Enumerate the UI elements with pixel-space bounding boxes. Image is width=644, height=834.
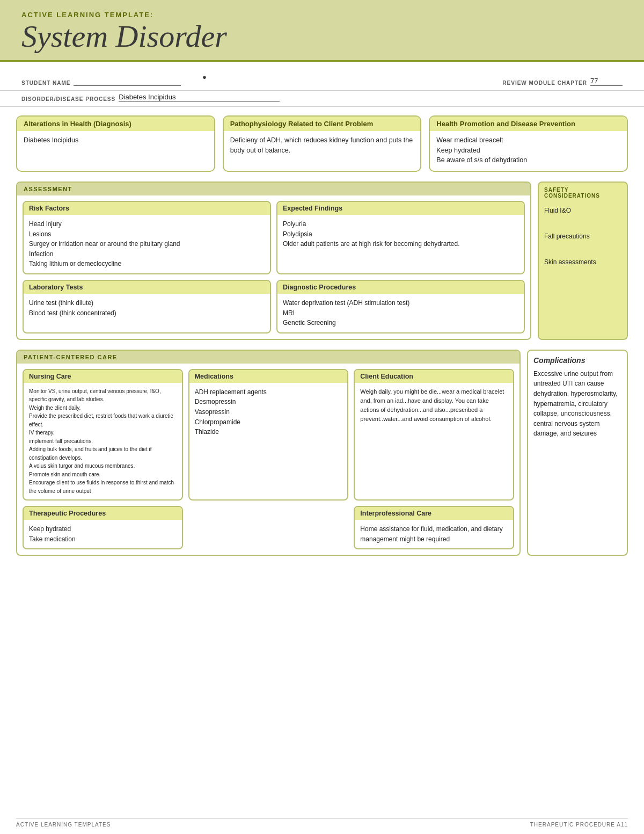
expected-findings-box: Expected Findings Polyuria Polydipsia Ol… <box>276 201 525 274</box>
student-name-label: STUDENT NAME <box>21 80 70 86</box>
info-bar-right: REVIEW MODULE CHAPTER 77 <box>502 77 623 86</box>
footer-right: THERAPEUTIC PROCEDURE A11 <box>530 822 628 828</box>
health-promotion-box: Health Promotion and Disease Prevention … <box>429 115 628 172</box>
pathophysiology-title: Pathophysiology Related to Client Proble… <box>224 117 421 131</box>
interprofessional-care-content: Home assistance for fluid, medication, a… <box>355 520 513 548</box>
pathophysiology-box: Pathophysiology Related to Client Proble… <box>223 115 422 172</box>
therapeutic-procedures-title: Therapeutic Procedures <box>24 507 182 520</box>
laboratory-tests-box: Laboratory Tests Urine test (think dilut… <box>23 280 271 333</box>
student-name-field: STUDENT NAME <box>21 77 181 86</box>
page-footer: ACTIVE LEARNING TEMPLATES THERAPEUTIC PR… <box>16 818 628 828</box>
therapeutic-procedures-content: Keep hydrated Take medication <box>24 520 182 548</box>
laboratory-tests-title: Laboratory Tests <box>24 281 270 294</box>
alterations-title: Alterations in Health (Diagnosis) <box>17 117 214 131</box>
medications-box: Medications ADH replacement agents Desmo… <box>188 369 349 501</box>
page-title: System Disorder <box>21 19 623 54</box>
safety-wrapper: SAFETY CONSIDERATIONS Fluid I&O Fall pre… <box>531 182 628 340</box>
dot-separator: • <box>202 69 206 86</box>
review-module-label: REVIEW MODULE CHAPTER <box>502 80 587 86</box>
pathophysiology-content: Deficieny of ADH, which reduces kidney f… <box>230 135 414 156</box>
medications-content: ADH replacement agents Desmopressin Vaso… <box>189 383 348 441</box>
health-promotion-content: Wear medical breacelt Keep hydrated Be a… <box>436 135 620 165</box>
info-bar: STUDENT NAME • REVIEW MODULE CHAPTER 77 <box>0 62 644 91</box>
pcc-left: PATIENT-CENTERED CARE Nursing Care Monit… <box>16 350 521 556</box>
complications-box: Complications Excessive urine output fro… <box>527 350 628 556</box>
top-boxes: Alterations in Health (Diagnosis) Diabet… <box>16 115 628 172</box>
safety-box: SAFETY CONSIDERATIONS Fluid I&O Fall pre… <box>538 182 628 340</box>
client-education-content: Weigh daily, you might be die...wear a m… <box>355 383 513 428</box>
risk-factors-box: Risk Factors Head injury Lesions Surgey … <box>23 201 271 274</box>
complications-content: Excessive urine output from untreated UT… <box>533 369 621 439</box>
assessment-grid: Risk Factors Head injury Lesions Surgey … <box>17 195 530 339</box>
disorder-label: DISORDER/DISEASE PROCESS <box>21 96 115 102</box>
template-label: ACTIVE LEARNING TEMPLATE: <box>21 11 153 19</box>
risk-factors-content: Head injury Lesions Surgey or irridation… <box>24 215 270 273</box>
page-header: ACTIVE LEARNING TEMPLATE: System Disorde… <box>0 0 644 62</box>
main-content: Alterations in Health (Diagnosis) Diabet… <box>0 107 644 565</box>
interprofessional-care-title: Interprofessional Care <box>355 507 513 520</box>
footer-left: ACTIVE LEARNING TEMPLATES <box>16 822 111 828</box>
alterations-box: Alterations in Health (Diagnosis) Diabet… <box>16 115 215 172</box>
student-name-value <box>74 77 181 86</box>
assessment-section: ASSESSMENT Risk Factors Head injury Lesi… <box>16 182 531 340</box>
pcc-top-grid: Nursing Care Monitor VS, urine output, c… <box>17 364 519 506</box>
nursing-care-box: Nursing Care Monitor VS, urine output, c… <box>23 369 183 501</box>
review-module-value: 77 <box>590 77 623 86</box>
safety-title: SAFETY CONSIDERATIONS <box>544 187 621 199</box>
alterations-content: Diabetes Incipidus <box>24 135 208 146</box>
medications-title: Medications <box>189 370 348 383</box>
health-promotion-title: Health Promotion and Disease Prevention <box>430 117 627 131</box>
laboratory-tests-content: Urine test (think dilute) Blood test (th… <box>24 294 270 322</box>
pcc-empty-cell <box>188 506 349 549</box>
disorder-value: Diabetes Incipidus <box>119 93 280 102</box>
assessment-header: ASSESSMENT <box>17 183 530 195</box>
diagnostic-procedures-box: Diagnostic Procedures Water deprivation … <box>276 280 525 333</box>
diagnostic-procedures-content: Water deprivation test (ADH stimulation … <box>277 294 524 332</box>
nursing-care-content: Monitor VS, urine output, central venous… <box>24 383 182 500</box>
complications-title: Complications <box>533 356 621 365</box>
expected-findings-title: Expected Findings <box>277 202 524 215</box>
risk-factors-title: Risk Factors <box>24 202 270 215</box>
therapeutic-procedures-box: Therapeutic Procedures Keep hydrated Tak… <box>23 506 183 549</box>
pcc-header: PATIENT-CENTERED CARE <box>17 351 519 364</box>
pcc-section: PATIENT-CENTERED CARE Nursing Care Monit… <box>16 350 628 556</box>
assessment-wrapper: ASSESSMENT Risk Factors Head injury Lesi… <box>16 182 531 340</box>
expected-findings-content: Polyuria Polydipsia Older adult patients… <box>277 215 524 253</box>
nursing-care-title: Nursing Care <box>24 370 182 383</box>
pcc-bottom-grid: Therapeutic Procedures Keep hydrated Tak… <box>17 506 519 555</box>
client-education-box: Client Education Weigh daily, you might … <box>354 369 514 501</box>
interprofessional-care-box: Interprofessional Care Home assistance f… <box>354 506 514 549</box>
client-education-title: Client Education <box>355 370 513 383</box>
safety-content: Fluid I&O Fall precautions Skin assessme… <box>544 204 621 269</box>
assessment-safety-wrapper: ASSESSMENT Risk Factors Head injury Lesi… <box>16 182 628 340</box>
diagnostic-procedures-title: Diagnostic Procedures <box>277 281 524 294</box>
